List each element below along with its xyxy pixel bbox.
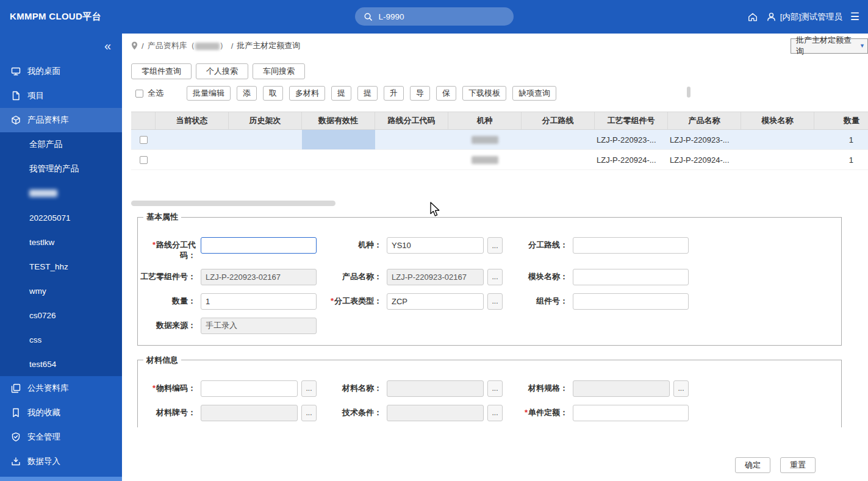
material-code-picker-button[interactable]: ... <box>301 380 317 397</box>
submit-button-1[interactable]: 提 <box>331 86 351 101</box>
product-name-input <box>387 269 484 285</box>
download-template-button[interactable]: 下载模板 <box>462 86 506 101</box>
column-header[interactable]: 数据有效性 <box>302 112 375 129</box>
tab-personal-search[interactable]: 个人搜索 <box>196 63 248 79</box>
column-header[interactable]: 路线分工代码 <box>375 112 448 129</box>
upgrade-button[interactable]: 升 <box>384 86 404 101</box>
view-select[interactable]: 批产主材定额查询 ▼ <box>791 38 868 54</box>
home-icon[interactable] <box>747 12 758 23</box>
sidebar-item-projects[interactable]: 项目 <box>0 84 122 108</box>
sidebar-item-product-library[interactable]: 产品资料库 <box>0 108 122 132</box>
row-checkbox[interactable] <box>140 136 148 144</box>
sidebar-subitem-redacted[interactable] <box>0 181 122 205</box>
sidebar-subitem-testlkw[interactable]: testlkw <box>0 230 122 254</box>
sidebar-subitem-css[interactable]: css <box>0 327 122 352</box>
field-qty: 数量： <box>138 293 324 310</box>
multi-material-button[interactable]: 多材料 <box>289 86 325 101</box>
subitem-label: css <box>29 335 41 344</box>
subitem-label: TEST_hhz <box>29 262 68 271</box>
sidebar-subitem-test-hhz[interactable]: TEST_hhz <box>0 254 122 279</box>
user-menu[interactable]: [内部]测试管理员 <box>766 12 842 23</box>
sidebar-subitem-wmy[interactable]: wmy <box>0 279 122 303</box>
route-input[interactable] <box>573 237 689 254</box>
cell-route <box>522 150 595 169</box>
column-header[interactable]: 机种 <box>448 112 522 129</box>
breadcrumb-link-library[interactable]: 产品资料库（） <box>148 40 228 51</box>
export-button[interactable]: 导 <box>410 86 430 101</box>
sidebar-subitem-202205071[interactable]: 202205071 <box>0 205 122 230</box>
sidebar-nav: 我的桌面 项目 产品资料库 全部产品 我管理的产品 202205071 test… <box>0 59 122 474</box>
sidebar-subitem-test654[interactable]: test654 <box>0 352 122 376</box>
sidebar-item-favorites[interactable]: 我的收藏 <box>0 401 122 425</box>
material-grade-picker-button[interactable]: ... <box>301 405 317 421</box>
material-code-input[interactable] <box>201 380 298 397</box>
sidebar-item-my-desktop[interactable]: 我的桌面 <box>0 59 122 84</box>
label-text: 材料名称： <box>342 383 382 393</box>
component-no-input[interactable] <box>573 293 689 310</box>
topbar-right: [内部]测试管理员 ☰ <box>747 12 868 23</box>
table-type-picker-button[interactable]: ... <box>487 293 503 310</box>
search-value: L-9990 <box>379 12 404 21</box>
table-type-input[interactable] <box>387 293 484 310</box>
product-picker-button[interactable]: ... <box>487 269 503 285</box>
sidebar-subitem-my-products[interactable]: 我管理的产品 <box>0 157 122 181</box>
column-header[interactable]: 分工路线 <box>522 112 595 129</box>
field-product-name: 产品名称： ... <box>324 269 510 285</box>
tab-component-query[interactable]: 零组件查询 <box>131 63 192 79</box>
tab-workshop-search[interactable]: 车间搜索 <box>253 63 305 79</box>
global-search-input[interactable]: L-9990 <box>355 7 514 26</box>
sidebar-subitem-all-products[interactable]: 全部产品 <box>0 132 122 157</box>
cancel-button[interactable]: 取 <box>263 86 283 101</box>
required-mark: * <box>331 296 334 305</box>
reset-button[interactable]: 重置 <box>780 457 816 473</box>
field-material-name: 材料名称： ... <box>324 380 510 397</box>
material-name-picker-button[interactable]: ... <box>487 380 503 397</box>
row-checkbox[interactable] <box>140 156 148 164</box>
add-button[interactable]: 添 <box>237 86 257 101</box>
column-header[interactable]: 模块名称 <box>741 112 814 129</box>
subitem-label: 202205071 <box>29 213 71 223</box>
select-all-checkbox[interactable] <box>135 90 143 98</box>
scrollbar-thumb[interactable] <box>131 201 335 206</box>
tech-condition-picker-button[interactable]: ... <box>487 405 503 421</box>
label-text: 技术条件： <box>342 408 382 417</box>
cell-validity <box>302 150 375 169</box>
qty-input[interactable] <box>201 293 317 310</box>
field-part-no: 工艺零组件号： <box>138 269 324 285</box>
sidebar-item-security[interactable]: 安全管理 <box>0 425 122 449</box>
column-header[interactable]: 产品名称 <box>668 112 741 129</box>
material-spec-picker-button[interactable]: ... <box>673 380 689 397</box>
redacted-machine-value <box>472 136 498 144</box>
column-header[interactable]: 当前状态 <box>156 112 229 129</box>
save-button[interactable]: 保 <box>436 86 456 101</box>
table-row[interactable]: LZJ-P-220923-... LZJ-P-220923-... 1 <box>131 130 868 150</box>
sidebar-collapse-button[interactable]: « <box>0 34 122 54</box>
table-row[interactable]: LZJ-P-220924-... LZJ-P-220924-... 1 <box>131 150 868 170</box>
scrollbar-fragment[interactable] <box>687 87 690 98</box>
label-text: 材料规格： <box>528 383 568 393</box>
label-text: 数量： <box>172 296 196 305</box>
module-name-input[interactable] <box>573 269 689 285</box>
machine-picker-button[interactable]: ... <box>487 237 503 254</box>
sidebar-subitem-cs0726[interactable]: cs0726 <box>0 303 122 327</box>
material-grade-input <box>201 405 298 421</box>
tech-condition-input <box>387 405 484 421</box>
column-header[interactable]: 历史架次 <box>229 112 302 129</box>
select-all-control[interactable]: 全选 <box>135 88 163 99</box>
column-header[interactable]: 数量 <box>814 112 868 129</box>
batch-edit-button[interactable]: 批量编辑 <box>187 86 231 101</box>
column-header[interactable]: 工艺零组件号 <box>595 112 668 129</box>
route-code-input[interactable] <box>201 237 317 254</box>
missing-item-query-button[interactable]: 缺项查询 <box>512 86 556 101</box>
confirm-button[interactable]: 确定 <box>735 457 770 473</box>
cell-module-name <box>741 130 814 149</box>
unit-quota-input[interactable] <box>573 405 689 421</box>
sidebar-item-data-import[interactable]: 数据导入 <box>0 449 122 474</box>
sidebar-item-public-library[interactable]: 公共资料库 <box>0 376 122 401</box>
query-tabs: 零组件查询 个人搜索 车间搜索 <box>122 58 868 81</box>
sidebar-scrollbar[interactable] <box>0 477 122 481</box>
menu-icon[interactable]: ☰ <box>850 12 859 22</box>
machine-input[interactable] <box>387 237 484 254</box>
breadcrumb-current[interactable]: 批产主材定额查询 <box>237 40 300 51</box>
submit-button-2[interactable]: 提 <box>357 86 378 101</box>
